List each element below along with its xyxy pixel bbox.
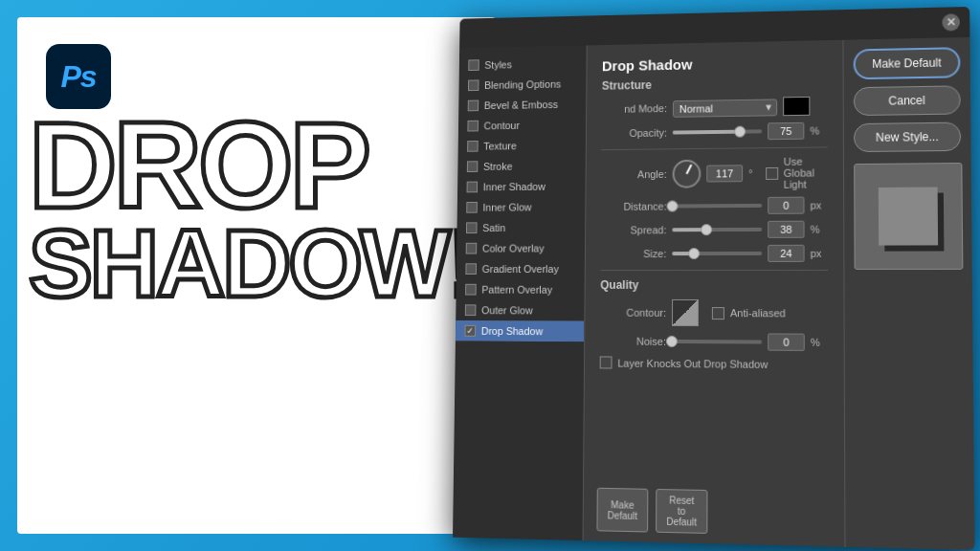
checkbox-outer-glow[interactable] <box>465 304 477 316</box>
global-light-row: Use Global Light <box>766 155 828 190</box>
dialog-right-panel: Make Default Cancel New Style... <box>842 37 974 550</box>
spread-slider[interactable] <box>672 228 762 231</box>
bottom-buttons-row: Make Default Reset to Default <box>596 488 707 534</box>
distance-slider-thumb[interactable] <box>667 201 679 212</box>
blend-mode-label: nd Mode: <box>602 102 667 115</box>
dialog-body: Styles Blending Options Bevel & Emboss C… <box>453 37 975 550</box>
reset-to-default-button[interactable]: Reset to Default <box>656 489 707 534</box>
checkbox-satin[interactable] <box>466 222 478 233</box>
opacity-slider-fill <box>673 130 740 135</box>
dialog-section-title: Drop Shadow <box>602 54 827 74</box>
spread-label: Spread: <box>601 224 667 235</box>
dialog-bottom-buttons: Make Default Reset to Default <box>596 488 707 534</box>
angle-input[interactable] <box>706 165 743 182</box>
distance-input[interactable] <box>768 197 804 214</box>
ps-logo-text: Ps <box>60 59 96 95</box>
checkbox-blending[interactable] <box>468 79 479 91</box>
sidebar-item-stroke[interactable]: Stroke <box>457 155 586 177</box>
divider-1 <box>601 146 827 150</box>
checkbox-color-overlay[interactable] <box>466 243 478 254</box>
noise-row: Noise: % <box>600 333 828 352</box>
opacity-input[interactable] <box>768 122 804 140</box>
distance-unit: px <box>811 199 828 210</box>
layer-knocks-row: Layer Knocks Out Drop Shadow <box>600 356 829 370</box>
checkbox-styles[interactable] <box>468 59 479 71</box>
noise-label: Noise: <box>600 336 666 347</box>
spread-row: Spread: % <box>601 221 828 239</box>
layer-knocks-label: Layer Knocks Out Drop Shadow <box>617 357 768 369</box>
sidebar-item-inner-shadow[interactable]: Inner Shadow <box>457 176 586 198</box>
sidebar-item-satin[interactable]: Satin <box>457 217 585 238</box>
checkbox-drop-shadow[interactable] <box>465 325 477 337</box>
blend-mode-select-wrapper: Normal Multiply Screen Overlay ▼ <box>673 98 777 117</box>
noise-slider-thumb[interactable] <box>666 336 678 347</box>
contour-row: Contour: Anti-aliased <box>600 299 828 327</box>
angle-label: Angle: <box>601 168 667 180</box>
sidebar-item-inner-glow[interactable]: Inner Glow <box>457 196 586 217</box>
big-text-block: DROP SHADOW! <box>29 110 477 306</box>
global-light-checkbox[interactable] <box>766 166 778 179</box>
checkbox-inner-glow[interactable] <box>466 202 478 213</box>
opacity-slider[interactable] <box>673 129 762 134</box>
shadow-color-swatch[interactable] <box>783 97 810 116</box>
checkbox-gradient-overlay[interactable] <box>465 263 477 275</box>
anti-aliased-row: Anti-aliased <box>712 307 786 320</box>
preview-box <box>854 163 963 270</box>
noise-unit: % <box>811 337 828 348</box>
spread-unit: % <box>811 224 828 235</box>
blend-mode-select[interactable]: Normal Multiply Screen Overlay <box>673 99 777 117</box>
distance-slider[interactable] <box>673 204 763 209</box>
make-default-button[interactable]: Make Default <box>854 47 961 79</box>
sidebar-item-color-overlay[interactable]: Color Overlay <box>457 238 585 259</box>
distance-row: Distance: px <box>601 196 828 214</box>
noise-input[interactable] <box>768 333 805 350</box>
angle-dial[interactable] <box>673 160 702 188</box>
noise-slider[interactable] <box>672 340 762 344</box>
anti-aliased-checkbox[interactable] <box>712 307 724 320</box>
sidebar-item-gradient-overlay[interactable]: Gradient Overlay <box>457 258 585 279</box>
checkbox-bevel[interactable] <box>468 100 479 112</box>
spread-slider-thumb[interactable] <box>701 224 712 235</box>
angle-row: Angle: ° Use Global Light <box>601 155 828 191</box>
opacity-label: Opacity: <box>601 127 667 140</box>
layer-knocks-checkbox[interactable] <box>600 356 612 368</box>
size-label: Size: <box>601 248 667 259</box>
sidebar-item-texture[interactable]: Texture <box>458 135 586 157</box>
dialog-main: Drop Shadow Structure nd Mode: Normal Mu… <box>584 40 845 547</box>
opacity-unit: % <box>810 124 827 136</box>
contour-thumbnail[interactable] <box>672 299 699 326</box>
checkbox-stroke[interactable] <box>467 161 479 172</box>
style-list: Styles Blending Options Bevel & Emboss C… <box>453 45 588 540</box>
contour-label: Contour: <box>600 307 666 319</box>
sidebar-item-styles[interactable]: Styles <box>459 53 587 76</box>
sidebar-item-pattern-overlay[interactable]: Pattern Overlay <box>456 279 584 300</box>
structure-subtitle: Structure <box>602 76 828 93</box>
size-slider-thumb[interactable] <box>688 248 700 259</box>
sidebar-item-outer-glow[interactable]: Outer Glow <box>456 299 584 320</box>
spread-input[interactable] <box>768 221 804 238</box>
sidebar-item-bevel[interactable]: Bevel & Emboss <box>458 94 586 116</box>
make-default-button-bottom[interactable]: Make Default <box>596 488 648 533</box>
close-button[interactable]: ✕ <box>942 13 960 31</box>
opacity-slider-thumb[interactable] <box>734 126 746 138</box>
checkbox-pattern-overlay[interactable] <box>465 284 477 296</box>
distance-label: Distance: <box>601 201 667 212</box>
preview-shape <box>879 187 938 246</box>
new-style-button[interactable]: New Style... <box>854 122 961 153</box>
angle-line <box>686 165 693 175</box>
checkbox-contour[interactable] <box>467 121 479 132</box>
ps-dialog: ✕ Styles Blending Options Bevel & Emboss… <box>453 7 975 550</box>
ps-logo: Ps <box>46 44 111 109</box>
blend-mode-row: nd Mode: Normal Multiply Screen Overlay … <box>602 97 828 119</box>
size-input[interactable] <box>768 245 804 262</box>
cancel-button[interactable]: Cancel <box>854 85 961 116</box>
checkbox-inner-shadow[interactable] <box>467 182 479 193</box>
big-text-line2: SHADOW! <box>29 220 477 306</box>
degree-icon: ° <box>748 167 760 179</box>
quality-subtitle: Quality <box>600 278 828 292</box>
sidebar-item-contour[interactable]: Contour <box>458 114 586 136</box>
size-slider[interactable] <box>672 252 762 255</box>
sidebar-item-drop-shadow[interactable]: Drop Shadow <box>456 320 585 342</box>
checkbox-texture[interactable] <box>467 141 479 152</box>
sidebar-item-blending[interactable]: Blending Options <box>458 74 586 97</box>
